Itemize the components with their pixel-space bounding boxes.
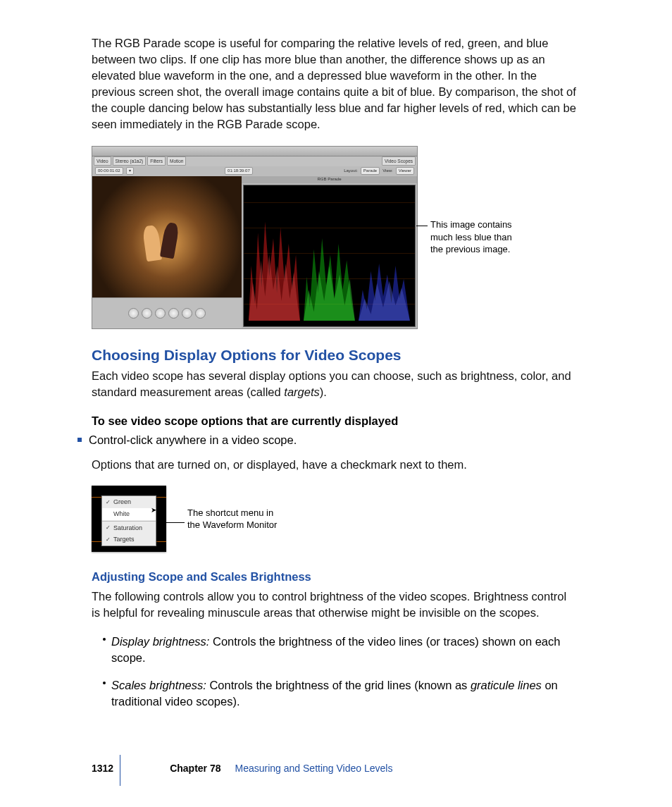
scope-title: RGB Parade	[242, 176, 417, 183]
cursor-icon: ➤	[151, 505, 156, 515]
window-titlebar	[92, 147, 417, 156]
zoom-chip[interactable]: ▾	[126, 167, 134, 174]
list-item: Scales brightness: Controls the brightne…	[103, 677, 578, 710]
transport-next-icon[interactable]	[168, 308, 179, 319]
transport-end-icon[interactable]	[195, 308, 206, 319]
figure-callout: This image contains much less blue than …	[430, 218, 550, 256]
bullet-icon	[103, 682, 106, 684]
tab-filters[interactable]: Filters	[147, 156, 166, 166]
menu-item-targets[interactable]: ✓Targets	[102, 534, 156, 546]
procedure-note: Options that are turned on, or displayed…	[92, 457, 578, 473]
intro-paragraph: The RGB Parade scope is useful for compa…	[92, 35, 578, 133]
tab-video-scopes[interactable]: Video Scopes	[382, 156, 416, 166]
procedure-step: Control-click anywhere in a video scope.	[92, 432, 578, 448]
screenshot-viewer-scopes: Video Stereo (a1a2) Filters Motion Video…	[92, 146, 418, 329]
layout-label: Layout:	[344, 168, 358, 173]
tab-video[interactable]: Video	[94, 156, 111, 166]
chapter-label: Chapter 78	[170, 762, 220, 776]
figure-shortcut-menu: ✓Green White ✓Saturation ✓Targets ➤ The …	[92, 486, 578, 552]
checkmark-icon: ✓	[105, 498, 111, 506]
menu-item-green[interactable]: ✓Green	[102, 496, 156, 508]
bullet-icon	[103, 638, 106, 641]
square-bullet-icon	[77, 438, 82, 442]
timecode-right: 01:18:39:07	[225, 167, 253, 174]
menu-item-white[interactable]: White	[102, 508, 156, 520]
context-menu[interactable]: ✓Green White ✓Saturation ✓Targets	[101, 495, 156, 546]
transport-stop-icon[interactable]	[155, 308, 166, 319]
chapter-title: Measuring and Setting Video Levels	[235, 762, 393, 776]
waveform-red	[249, 211, 300, 321]
transport-controls	[92, 297, 242, 328]
tab-motion[interactable]: Motion	[167, 156, 187, 166]
tab-stereo[interactable]: Stereo (a1a2)	[113, 156, 147, 166]
timecode-left: 00:00:01:02	[95, 167, 123, 174]
page-footer: 1312 Chapter 78 Measuring and Setting Vi…	[92, 762, 392, 776]
waveform-blue	[359, 211, 410, 321]
viewer-toolbar: 00:00:01:02 ▾ 01:18:39:07 Layout: Parade…	[92, 166, 417, 176]
brightness-intro-para: The following controls allow you to cont…	[92, 589, 578, 621]
screenshot-context-menu: ✓Green White ✓Saturation ✓Targets ➤	[92, 486, 166, 552]
menu-callout: The shortcut menu in the Waveform Monito…	[187, 507, 277, 531]
checkmark-icon: ✓	[105, 536, 111, 543]
viewer-tabs: Video Stereo (a1a2) Filters Motion Video…	[92, 156, 417, 166]
waveform-green	[304, 211, 355, 321]
procedure-heading: To see video scope options that are curr…	[92, 413, 578, 429]
menu-item-saturation[interactable]: ✓Saturation	[102, 522, 156, 534]
view-label: View:	[382, 168, 393, 173]
heading-choosing-display-options: Choosing Display Options for Video Scope…	[92, 345, 578, 365]
figure-rgb-parade: Video Stereo (a1a2) Filters Motion Video…	[92, 146, 578, 329]
transport-play-icon[interactable]	[142, 308, 152, 319]
list-item: Display brightness: Controls the brightn…	[103, 634, 578, 666]
page-number: 1312	[92, 762, 113, 776]
transport-loop-icon[interactable]	[182, 308, 192, 319]
layout-dropdown[interactable]: Parade	[361, 167, 380, 174]
checkmark-icon: ✓	[105, 524, 111, 531]
section-intro-para: Each video scope has several display opt…	[92, 368, 578, 400]
rgb-parade-scope[interactable]	[243, 185, 416, 327]
view-dropdown[interactable]: Viewer	[396, 167, 414, 174]
definition-list: Display brightness: Controls the brightn…	[103, 634, 578, 710]
preview-image	[92, 176, 242, 297]
heading-adjusting-brightness: Adjusting Scope and Scales Brightness	[92, 569, 578, 585]
transport-prev-icon[interactable]	[128, 308, 139, 319]
